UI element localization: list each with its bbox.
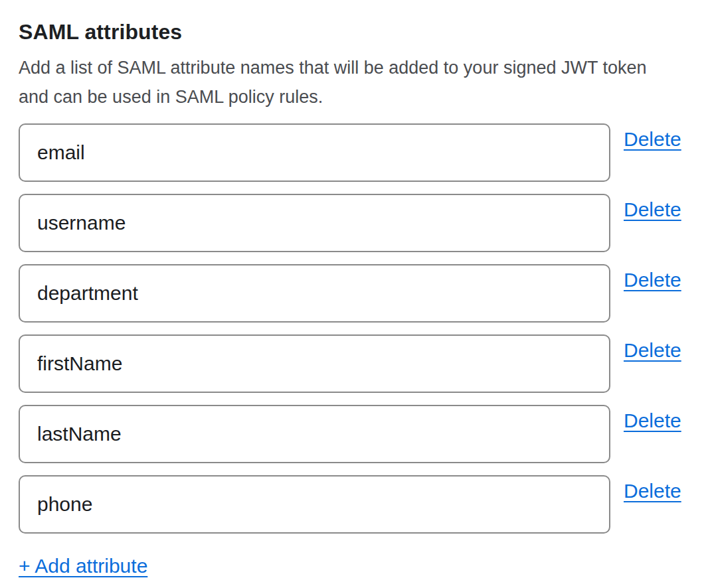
delete-link[interactable]: Delete (624, 338, 681, 362)
add-attribute-link[interactable]: + Add attribute (19, 554, 147, 578)
attribute-row: Delete (19, 264, 708, 323)
attribute-row: Delete (19, 123, 708, 182)
delete-link[interactable]: Delete (624, 127, 681, 151)
section-title: SAML attributes (19, 19, 708, 45)
attribute-input-phone[interactable] (19, 475, 610, 534)
attribute-input-email[interactable] (19, 123, 610, 182)
section-description: Add a list of SAML attribute names that … (19, 53, 676, 111)
attribute-input-username[interactable] (19, 194, 610, 252)
attribute-input-lastname[interactable] (19, 405, 610, 463)
attribute-input-department[interactable] (19, 264, 610, 323)
delete-link[interactable]: Delete (624, 479, 681, 503)
attribute-row: Delete (19, 475, 708, 534)
delete-link[interactable]: Delete (624, 409, 681, 433)
attribute-row: Delete (19, 194, 708, 252)
delete-link[interactable]: Delete (624, 198, 681, 222)
saml-attributes-section: SAML attributes Add a list of SAML attri… (0, 0, 708, 588)
attribute-row: Delete (19, 405, 708, 463)
attribute-row: Delete (19, 334, 708, 393)
delete-link[interactable]: Delete (624, 268, 681, 292)
attribute-input-firstname[interactable] (19, 334, 610, 393)
